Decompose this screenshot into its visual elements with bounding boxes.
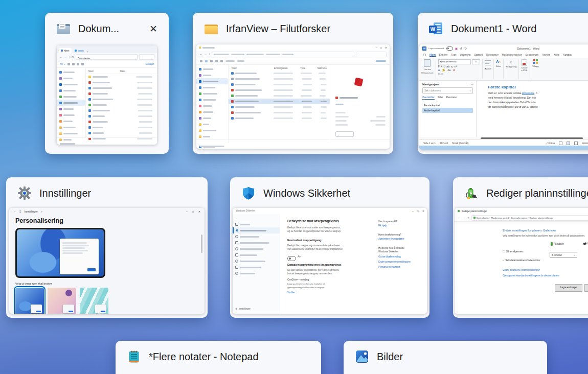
print-layout-icon[interactable]	[567, 142, 570, 145]
close-icon[interactable]: ✕	[422, 209, 424, 213]
web-layout-icon[interactable]	[574, 142, 578, 145]
back-icon[interactable]: ←	[13, 210, 16, 213]
sidebar-item[interactable]	[57, 69, 85, 75]
maximize-icon[interactable]: □	[417, 209, 419, 213]
file-row[interactable]	[229, 87, 330, 93]
sidebar-item[interactable]	[196, 84, 228, 90]
search-box[interactable]	[356, 52, 387, 57]
forward-icon[interactable]: →	[204, 53, 207, 56]
tab-acrobat[interactable]: Acrobat	[563, 54, 572, 56]
sidebar-item[interactable]	[196, 90, 228, 97]
tab-masseutsendelser[interactable]: Masseutsendelser	[502, 54, 522, 56]
new-tab-icon[interactable]: +	[87, 51, 88, 53]
sidebar-item-selected[interactable]	[233, 227, 280, 233]
sidebar-item[interactable]	[233, 233, 280, 240]
sidebar-item[interactable]	[196, 121, 228, 127]
tab-tegn[interactable]: Tegn	[451, 54, 456, 56]
sidebar-item[interactable]	[196, 97, 228, 103]
thumbnail-dokumenter[interactable]: Hjem + ← → ↑ ⟳ Dokumenter Ny ⌄ Detaljer	[57, 45, 157, 145]
file-row[interactable]	[86, 125, 157, 130]
minimize-icon[interactable]: –	[376, 46, 377, 49]
page-indicator[interactable]: Side 1 av 1	[423, 142, 436, 145]
format-row[interactable]: F K U ab x₂ x²	[438, 65, 457, 68]
nav-tab-resultater[interactable]: Resultater	[446, 96, 457, 100]
create-pdf-button[interactable]: Createa PDF	[519, 58, 530, 80]
editing-button[interactable]: ⌕ Redigering	[504, 58, 518, 80]
sidebar-item[interactable]	[57, 130, 85, 136]
nav-item[interactable]: Første kapittel	[422, 103, 473, 108]
file-row[interactable]	[86, 108, 157, 113]
back-icon[interactable]: ←	[458, 216, 461, 219]
undo-icon[interactable]: ↺	[460, 47, 462, 50]
column-name[interactable]: Navn	[232, 67, 274, 69]
file-row[interactable]	[86, 85, 157, 91]
sidebar-settings-item[interactable]: ⚙ Innstillinger	[233, 306, 280, 312]
language-indicator[interactable]: Norsk (bokmål)	[452, 142, 469, 145]
close-icon[interactable]: ✕	[385, 46, 387, 49]
help-link[interactable]: Få hjelp	[378, 224, 387, 227]
sidebar-item[interactable]	[233, 246, 280, 252]
file-row[interactable]	[86, 74, 157, 80]
font-size-box[interactable]: 12	[472, 59, 480, 64]
minimize-icon[interactable]: –	[412, 209, 414, 213]
feedback-link[interactable]: Gi oss tilbakemelding	[378, 255, 401, 258]
controlled-folder-toggle[interactable]	[287, 254, 296, 263]
cancel-button[interactable]: Avbryt	[584, 284, 588, 292]
new-button[interactable]: Ny ⌄	[60, 63, 65, 65]
file-row[interactable]	[86, 113, 157, 119]
restore-defaults-link[interactable]: Gjenopprett standardinnstillingene for d…	[503, 274, 559, 277]
tab-secondary[interactable]	[73, 48, 86, 53]
close-card-button[interactable]: ✕	[149, 24, 157, 34]
nav-search-box[interactable]: Søk i dokument ⌕	[422, 87, 473, 94]
chevron-down-icon[interactable]: ⌄	[466, 83, 468, 86]
column-date[interactable]: Dato	[120, 70, 125, 73]
paste-button[interactable]: Lim inn Utklippstavle	[419, 58, 436, 80]
close-pane-icon[interactable]: ✕	[471, 83, 473, 86]
font-color-a[interactable]: A	[438, 69, 440, 72]
tab-se-gjennom[interactable]: Se gjennom	[526, 54, 539, 56]
highlight-a[interactable]: A	[442, 69, 445, 72]
thumbnail-irfanview-explorer[interactable]: – □ ✕ ← → ↑	[196, 44, 390, 149]
task-card-rediger-planinnstillinger[interactable]: Rediger planinnstillinger Rediger planin…	[453, 177, 588, 318]
theme-tile[interactable]	[48, 288, 76, 314]
file-row[interactable]	[86, 130, 157, 136]
forward-icon[interactable]: →	[463, 216, 466, 219]
up-icon[interactable]: ↑	[209, 53, 210, 56]
tab-utforming[interactable]: Utforming	[460, 54, 470, 56]
redo-icon[interactable]: ↻	[464, 47, 467, 50]
sidebar-item[interactable]	[196, 127, 228, 133]
tab-hjem[interactable]: Hjem	[59, 48, 72, 53]
nav-item-selected[interactable]: Andre kapittel	[422, 108, 473, 113]
focus-button[interactable]: ⤢ Fokus	[546, 142, 555, 145]
file-row[interactable]	[229, 71, 330, 76]
search-box[interactable]	[139, 54, 154, 60]
sidebar-item-selected[interactable]	[57, 100, 85, 106]
up-icon[interactable]: ↑	[69, 56, 70, 59]
file-row[interactable]	[86, 97, 157, 102]
file-row[interactable]	[86, 119, 157, 125]
sidebar-item[interactable]	[57, 118, 85, 124]
tab-visning[interactable]: Visning	[542, 54, 550, 56]
file-row[interactable]	[229, 76, 330, 82]
file-row[interactable]	[229, 110, 330, 115]
tab-sett-inn[interactable]: Sett inn	[439, 54, 447, 56]
theme-tile[interactable]	[80, 288, 108, 314]
sidebar-item[interactable]	[57, 81, 85, 87]
sidebar-item[interactable]	[196, 103, 228, 109]
tab-hjem[interactable]: Hjem	[429, 54, 436, 57]
file-row[interactable]	[229, 82, 330, 87]
tab-hjelp[interactable]: Hjelp	[554, 54, 559, 56]
thumbnail-power-settings[interactable]: Rediger planinnstillinger ← → ↑ Kontroll…	[455, 208, 588, 314]
privacy-settings-link[interactable]: Endre personverninnstillingene	[378, 261, 411, 263]
font-color-red-a[interactable]: A	[453, 69, 455, 72]
file-row-selected[interactable]	[229, 99, 330, 104]
autosave-toggle[interactable]	[446, 46, 453, 51]
styles-button[interactable]: A✎ Stiler	[494, 58, 503, 80]
file-row[interactable]	[229, 104, 330, 110]
paragraph-group[interactable]: Avsnitt	[483, 58, 493, 80]
nav-tab-overskrifter[interactable]: Overskrifter	[422, 96, 435, 100]
sidebar-item[interactable]: ←	[233, 215, 280, 221]
sidebar-item[interactable]	[233, 240, 280, 246]
up-icon[interactable]: ↑	[468, 216, 469, 219]
task-card-innstillinger[interactable]: Innstillinger ← ≡ Innstillinger ⌕ – □ ✕ …	[6, 177, 208, 318]
